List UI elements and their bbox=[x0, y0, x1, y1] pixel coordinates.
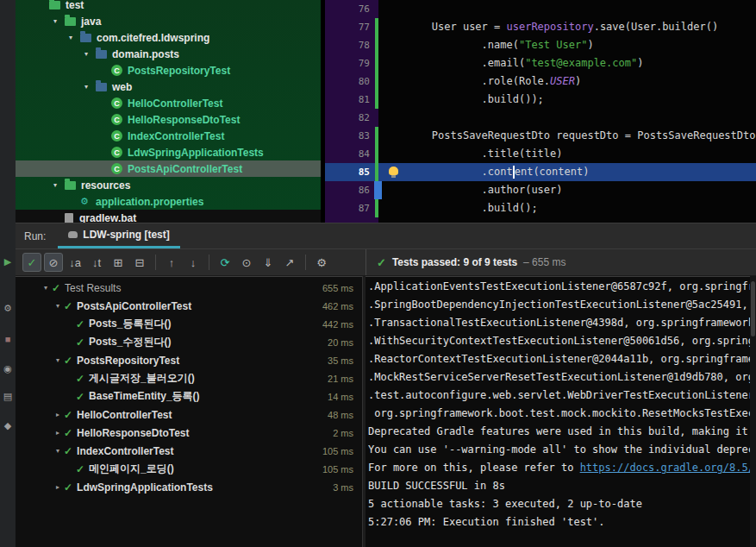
test-tree-row[interactable]: ▾✓PostsApiControllerTest462 ms bbox=[16, 297, 362, 315]
editor-line[interactable]: 78 .name("Test User") bbox=[325, 36, 756, 54]
code-text[interactable]: .author(user) bbox=[378, 181, 756, 199]
tree-item-label: resources bbox=[81, 179, 130, 192]
test-tree-row[interactable]: ▾✓PostsRepositoryTest35 ms bbox=[16, 351, 362, 369]
test-duration: 48 ms bbox=[328, 410, 353, 420]
code-text[interactable] bbox=[378, 109, 756, 127]
show-ignored-icon[interactable]: ⊘ bbox=[44, 253, 63, 272]
test-tree-row[interactable]: ▸✓LdwSpringApplicationTests3 ms bbox=[16, 478, 362, 496]
chevron-down-icon[interactable]: ▾ bbox=[53, 17, 65, 25]
test-tree-row[interactable]: ✓Posts_등록된다()442 ms bbox=[16, 315, 362, 333]
tree-item[interactable]: CHelloResponseDtoTest bbox=[16, 111, 321, 128]
tree-item[interactable]: gradlew.bat bbox=[16, 210, 321, 223]
sort-by-duration-icon[interactable]: ↓t bbox=[87, 253, 106, 272]
test-passed-icon: ✓ bbox=[76, 463, 84, 475]
tree-item[interactable]: ▾resources bbox=[16, 177, 321, 193]
export-test-results-icon[interactable]: ↗ bbox=[280, 253, 299, 272]
code-text[interactable]: .build()); bbox=[378, 91, 756, 109]
editor-line[interactable]: 86 .author(user) bbox=[325, 181, 756, 199]
code-text[interactable]: .name("Test User") bbox=[378, 36, 756, 54]
tree-item[interactable]: CLdwSpringApplicationTests bbox=[16, 144, 321, 160]
tree-item[interactable]: CIndexControllerTest bbox=[16, 128, 321, 144]
test-tree-row[interactable]: ▸✓HelloResponseDtoTest2 ms bbox=[16, 424, 362, 442]
chevron-right-icon[interactable]: ▸ bbox=[52, 411, 64, 418]
chevron-down-icon[interactable]: ▾ bbox=[52, 356, 64, 364]
test-tree-row[interactable]: ✓BaseTimeEntity_등록()14 ms bbox=[16, 387, 362, 406]
run-tab-ldw-spring-test[interactable]: LDW-spring [test] bbox=[58, 223, 179, 248]
eye-icon[interactable]: ◉ bbox=[0, 362, 16, 374]
test-tree-row[interactable]: ▾✓IndexControllerTest105 ms bbox=[16, 442, 362, 460]
code-text[interactable] bbox=[378, 0, 756, 18]
project-tree-rows: test▾java▾com.citefred.ldwspring▾domain.… bbox=[16, 0, 321, 223]
chevron-down-icon[interactable]: ▾ bbox=[84, 83, 96, 91]
chevron-down-icon[interactable]: ▾ bbox=[52, 447, 64, 455]
tree-item-label: com.citefred.ldwspring bbox=[97, 32, 209, 44]
tree-item[interactable]: test bbox=[16, 0, 321, 13]
editor-line[interactable]: 82 bbox=[325, 109, 756, 127]
collapse-all-icon[interactable]: ⊟ bbox=[130, 253, 149, 272]
editor-line[interactable]: 84 .title(title) bbox=[325, 145, 756, 163]
code-text[interactable]: User user = userRepository.save(User.bui… bbox=[378, 18, 756, 36]
code-text[interactable]: PostsSaveRequestDto requestDto = PostsSa… bbox=[378, 127, 756, 145]
tree-item[interactable]: ▾domain.posts bbox=[16, 46, 321, 62]
show-passed-icon[interactable]: ✓ bbox=[22, 253, 41, 272]
previous-failed-test-icon[interactable]: ↑ bbox=[162, 253, 181, 272]
code-editor[interactable]: 7677 User user = userRepository.save(Use… bbox=[321, 0, 756, 223]
test-results-header[interactable]: ▾✓Test Results655 ms bbox=[16, 279, 362, 297]
properties-file-icon: ⚙ bbox=[80, 196, 91, 207]
code-text[interactable]: .build(); bbox=[378, 199, 756, 217]
line-number: 81 bbox=[325, 91, 378, 109]
stop-icon[interactable]: ■ bbox=[0, 333, 16, 345]
editor-line[interactable]: 83 PostsSaveRequestDto requestDto = Post… bbox=[325, 127, 756, 145]
test-tree-row[interactable]: ✓메인페이지_로딩()105 ms bbox=[16, 460, 362, 478]
tree-item[interactable]: CPostsRepositoryTest bbox=[16, 62, 321, 79]
console-scrollbar[interactable] bbox=[750, 276, 756, 547]
expand-all-icon[interactable]: ⊞ bbox=[109, 253, 128, 272]
code-segment: .email( bbox=[382, 57, 525, 69]
editor-line[interactable]: 80 .role(Role.USER) bbox=[325, 72, 756, 91]
console-link[interactable]: https://docs.gradle.org/8.5/u bbox=[580, 462, 750, 474]
console-scrollbar-thumb[interactable] bbox=[751, 281, 755, 336]
test-tree-row[interactable]: ✓게시글저장_불러오기()21 ms bbox=[16, 369, 362, 387]
chevron-down-icon[interactable]: ▾ bbox=[84, 50, 96, 58]
run-icon[interactable]: ▶ bbox=[0, 255, 16, 267]
code-text[interactable]: .role(Role.USER) bbox=[378, 72, 756, 91]
run-tab-label: LDW-spring [test] bbox=[83, 229, 169, 241]
tree-item[interactable]: ⚙application.properties bbox=[16, 193, 321, 210]
sort-alphabetically-icon[interactable]: ↓a bbox=[66, 253, 84, 272]
console-output[interactable]: .ApplicationEventsTestExecutionListener@… bbox=[366, 276, 750, 547]
code-segment: ) bbox=[575, 75, 581, 87]
import-test-results-icon[interactable]: ⇓ bbox=[259, 253, 278, 272]
tree-item[interactable]: ▾com.citefred.ldwspring bbox=[16, 29, 321, 46]
terminal-icon[interactable]: ▤ bbox=[0, 390, 16, 402]
editor-line[interactable]: 81 .build()); bbox=[325, 91, 756, 109]
chevron-down-icon[interactable]: ▾ bbox=[40, 284, 52, 292]
test-tree-row[interactable]: ▸✓HelloControllerTest48 ms bbox=[16, 406, 362, 424]
wrench-icon[interactable]: ⚙ bbox=[0, 302, 16, 314]
editor-line[interactable]: 77 User user = userRepository.save(User.… bbox=[325, 18, 756, 36]
test-tree-row[interactable]: ✓Posts_수정된다()20 ms bbox=[16, 333, 362, 351]
test-history-icon[interactable]: ⊙ bbox=[237, 253, 256, 272]
settings-gear-icon[interactable]: ⚙ bbox=[312, 253, 331, 272]
code-text[interactable]: .title(title) bbox=[378, 145, 756, 163]
editor-line[interactable]: 76 bbox=[325, 0, 756, 18]
chevron-down-icon[interactable]: ▾ bbox=[52, 302, 64, 310]
chevron-right-icon[interactable]: ▸ bbox=[52, 429, 64, 437]
tree-item[interactable]: ▾web bbox=[16, 79, 321, 95]
tree-item[interactable]: CHelloControllerTest bbox=[16, 95, 321, 111]
code-text[interactable]: .email("test@example.com") bbox=[378, 54, 756, 72]
editor-line[interactable]: 87 .build(); bbox=[325, 199, 756, 217]
chevron-down-icon[interactable]: ▾ bbox=[69, 34, 80, 41]
intention-bulb-icon[interactable] bbox=[389, 167, 398, 175]
next-failed-test-icon[interactable]: ↓ bbox=[184, 253, 203, 272]
tree-item[interactable]: ▾java bbox=[16, 13, 321, 29]
line-number: 84 bbox=[325, 145, 378, 163]
chevron-down-icon[interactable]: ▾ bbox=[53, 181, 65, 189]
pin-icon[interactable]: ◆ bbox=[0, 419, 16, 431]
rerun-failed-icon[interactable]: ⟳ bbox=[216, 253, 234, 272]
tree-item[interactable]: CPostsApiControllerTest bbox=[16, 160, 321, 177]
code-text[interactable]: .content(content) bbox=[378, 163, 756, 181]
editor-line[interactable]: 85 .content(content) bbox=[325, 163, 756, 181]
chevron-right-icon[interactable]: ▸ bbox=[52, 483, 64, 491]
code-segment: .save(User.builder() bbox=[594, 21, 719, 33]
editor-line[interactable]: 79 .email("test@example.com") bbox=[325, 54, 756, 72]
